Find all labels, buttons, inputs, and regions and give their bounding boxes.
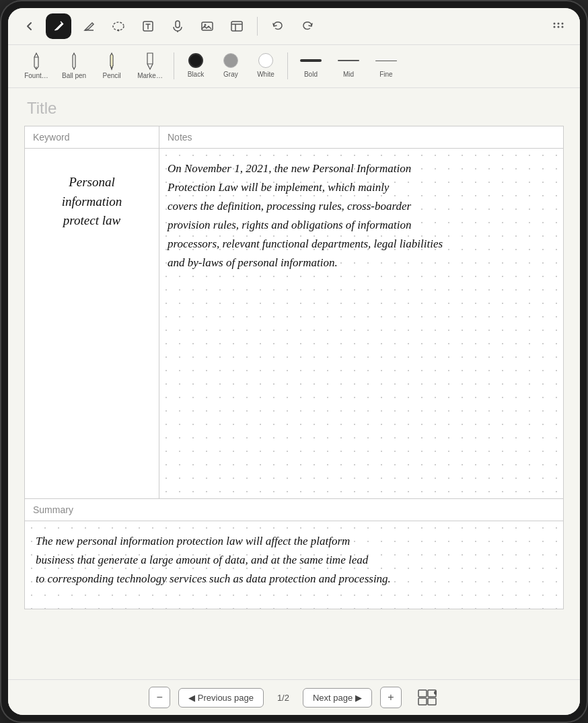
gray-color-swatch [223, 53, 238, 68]
color-gray-option[interactable]: Gray [215, 50, 247, 81]
summary-section: Summary The new personal information pro… [24, 499, 564, 609]
gray-color-label: Gray [223, 71, 238, 78]
eraser-button[interactable] [77, 14, 101, 38]
bold-stroke-label: Bold [304, 71, 318, 78]
cornell-header-row: Keyword Notes [25, 126, 563, 149]
prev-page-label: ◀ Previous page [188, 693, 254, 703]
svg-point-10 [558, 26, 560, 28]
white-color-swatch [258, 53, 273, 68]
cornell-table: Keyword Notes Personalinformationprotect… [24, 126, 564, 499]
mid-stroke-label: Mid [343, 71, 354, 78]
fine-stroke-preview [375, 53, 397, 68]
keyword-cell[interactable]: Personalinformationprotect law [25, 149, 159, 498]
notes-cell[interactable]: On November 1, 2021, the new Personal In… [159, 149, 563, 498]
ball-pen-label: Ball pen [62, 72, 86, 79]
plus-button[interactable]: + [380, 687, 402, 708]
svg-rect-16 [428, 698, 436, 705]
svg-rect-15 [418, 698, 427, 705]
fountain-pen-label: Fount… [24, 72, 48, 79]
color-stroke-divider [287, 52, 288, 79]
page-title: Title [24, 99, 564, 118]
white-color-label: White [257, 71, 274, 78]
next-page-button[interactable]: Next page ▶ [303, 688, 372, 708]
svg-point-7 [554, 23, 556, 25]
svg-point-11 [562, 23, 564, 25]
notes-handwriting: On November 1, 2021, the new Personal In… [168, 159, 555, 272]
divider [257, 17, 258, 36]
screen: Fount… Ball pen Penci [8, 8, 580, 715]
notes-header: Notes [159, 126, 563, 148]
svg-rect-13 [418, 690, 427, 697]
summary-handwriting: The new personal information protection … [36, 532, 552, 588]
keyword-handwriting: Personalinformationprotect law [33, 173, 151, 231]
color-white-option[interactable]: White [250, 50, 282, 81]
minus-button[interactable]: − [149, 687, 170, 708]
keyword-header: Keyword [25, 126, 159, 148]
mid-stroke-option[interactable]: Mid [331, 50, 366, 81]
template-button[interactable] [225, 14, 249, 38]
pen-color-divider [174, 52, 174, 79]
fountain-pen-option[interactable]: Fount… [19, 49, 54, 82]
summary-body[interactable]: The new personal information protection … [25, 521, 563, 609]
cornell-body-row: Personalinformationprotect law On Novemb… [25, 149, 563, 498]
bold-stroke-option[interactable]: Bold [293, 50, 328, 81]
page-indicator: 1/2 [272, 693, 295, 703]
fine-stroke-option[interactable]: Fine [369, 50, 404, 81]
summary-header: Summary [25, 499, 563, 521]
ball-pen-option[interactable]: Ball pen [57, 49, 91, 82]
pen-options-toolbar: Fount… Ball pen Penci [8, 45, 580, 88]
ball-pen-icon [69, 52, 79, 71]
previous-page-button[interactable]: ◀ Previous page [178, 688, 264, 708]
redo-button[interactable] [295, 14, 320, 38]
content-area: Title Keyword Notes Personalinformationp… [8, 88, 580, 679]
more-options-button[interactable] [548, 15, 569, 37]
device: Fount… Ball pen Penci [0, 0, 588, 723]
svg-point-0 [113, 22, 124, 30]
svg-point-1 [118, 30, 120, 32]
image-button[interactable] [195, 14, 219, 38]
fountain-pen-icon [30, 52, 42, 71]
svg-point-9 [558, 23, 560, 25]
mic-button[interactable] [166, 14, 190, 38]
marker-option[interactable]: Marke… [132, 49, 168, 82]
text-button[interactable] [136, 14, 160, 38]
bottom-navigation: − ◀ Previous page 1/2 Next page ▶ + [8, 679, 580, 715]
pen-tool-button[interactable] [46, 13, 71, 39]
layout-button[interactable] [415, 687, 439, 708]
mid-stroke-preview [338, 53, 359, 68]
marker-label: Marke… [137, 72, 163, 79]
svg-rect-6 [231, 22, 242, 31]
bold-stroke-preview [300, 53, 322, 68]
svg-rect-3 [176, 21, 180, 28]
next-page-label: Next page ▶ [313, 693, 362, 703]
black-color-label: Black [188, 71, 204, 78]
svg-point-12 [562, 26, 564, 28]
black-color-swatch [188, 53, 203, 68]
pencil-icon [106, 52, 117, 71]
pencil-label: Pencil [103, 72, 121, 79]
svg-point-17 [434, 691, 437, 695]
fine-stroke-label: Fine [379, 71, 392, 78]
pencil-option[interactable]: Pencil [94, 49, 129, 82]
toolbar-top [8, 8, 580, 45]
undo-button[interactable] [266, 14, 290, 38]
svg-point-8 [554, 26, 556, 28]
marker-icon [143, 52, 157, 71]
color-black-option[interactable]: Black [180, 50, 212, 81]
lasso-button[interactable] [106, 14, 131, 38]
back-button[interactable] [19, 15, 40, 37]
